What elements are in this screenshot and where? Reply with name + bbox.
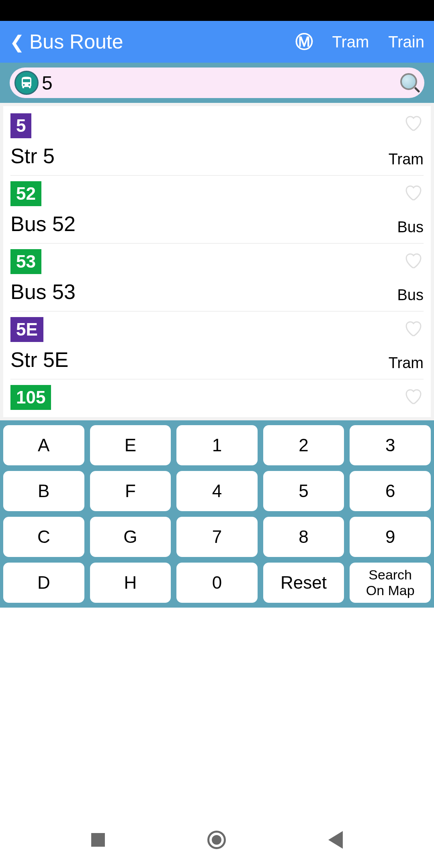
route-type: Tram [389,151,424,168]
search-wrapper: 5 [0,63,434,103]
key-b[interactable]: B [3,471,84,511]
result-row[interactable]: 105 [10,379,424,417]
results-container: 5 Str 5 Tram 52 Bus 52 Bus 53 Bus 53 Bus… [0,103,434,420]
back-chevron-icon[interactable]: ❮ [10,32,25,52]
key-5[interactable]: 5 [263,471,344,511]
result-row[interactable]: 53 Bus 53 Bus [10,244,424,311]
android-nav-bar [0,812,434,868]
key-7[interactable]: 7 [176,517,258,557]
train-link[interactable]: Train [388,33,424,51]
bus-icon [14,71,39,95]
header-actions: Ⓜ Tram Train [295,30,425,54]
favorite-heart-icon[interactable] [402,251,424,270]
keyboard: A E 1 2 3 B F 4 5 6 C G 7 8 9 D H 0 Rese… [0,420,434,608]
favorite-heart-icon[interactable] [402,387,424,406]
metro-icon[interactable]: Ⓜ [295,30,313,54]
route-type: Tram [389,354,424,372]
results-list: 5 Str 5 Tram 52 Bus 52 Bus 53 Bus 53 Bus… [3,106,431,417]
tram-link[interactable]: Tram [332,33,369,51]
route-name: Str 5 [10,144,424,168]
page-title: Bus Route [29,30,295,53]
route-name: Bus 52 [10,212,424,236]
recent-apps-button[interactable] [91,833,105,847]
key-4[interactable]: 4 [176,471,258,511]
search-icon[interactable] [400,73,420,92]
key-1[interactable]: 1 [176,425,258,465]
key-6[interactable]: 6 [350,471,431,511]
key-c[interactable]: C [3,517,84,557]
key-d[interactable]: D [3,563,84,603]
key-h[interactable]: H [90,563,171,603]
key-8[interactable]: 8 [263,517,344,557]
favorite-heart-icon[interactable] [402,113,424,133]
route-badge: 5 [10,113,31,138]
route-name: Bus 53 [10,280,424,304]
key-g[interactable]: G [90,517,171,557]
status-bar [0,0,434,21]
search-input[interactable]: 5 [42,72,400,94]
route-type: Bus [397,219,424,236]
key-9[interactable]: 9 [350,517,431,557]
key-e[interactable]: E [90,425,171,465]
back-button[interactable] [328,831,343,849]
key-f[interactable]: F [90,471,171,511]
favorite-heart-icon[interactable] [402,319,424,338]
route-badge: 53 [10,249,41,274]
key-2[interactable]: 2 [263,425,344,465]
search-bar[interactable]: 5 [10,68,424,98]
home-button[interactable] [207,831,226,849]
app-header: ❮ Bus Route Ⓜ Tram Train [0,21,434,63]
result-row[interactable]: 5 Str 5 Tram [10,106,424,176]
key-search-on-map[interactable]: Search On Map [350,563,431,603]
key-0[interactable]: 0 [176,563,258,603]
route-badge: 5E [10,317,43,342]
route-badge: 105 [10,385,51,410]
route-name: Str 5E [10,348,424,372]
route-type: Bus [397,287,424,304]
key-reset[interactable]: Reset [263,563,344,603]
key-3[interactable]: 3 [350,425,431,465]
result-row[interactable]: 52 Bus 52 Bus [10,176,424,244]
favorite-heart-icon[interactable] [402,183,424,202]
result-row[interactable]: 5E Str 5E Tram [10,311,424,379]
key-a[interactable]: A [3,425,84,465]
route-badge: 52 [10,181,41,206]
